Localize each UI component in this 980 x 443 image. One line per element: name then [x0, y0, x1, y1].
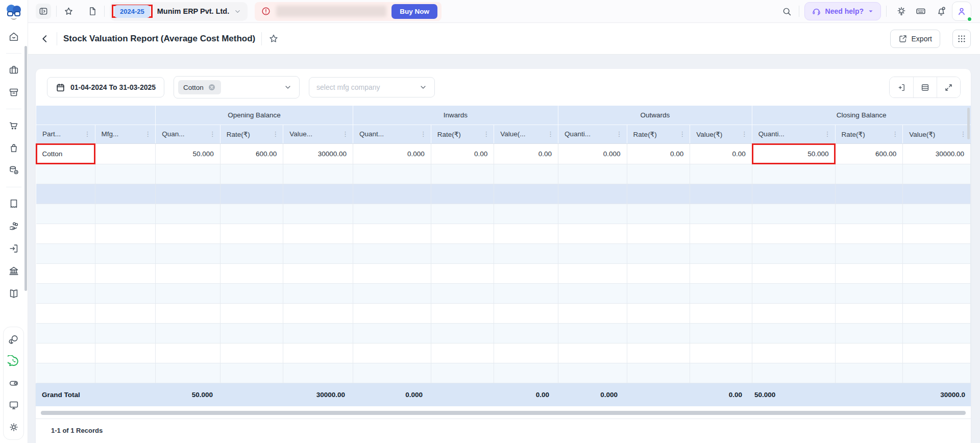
empty-cell [36, 323, 95, 343]
sidebar-item-company[interactable] [8, 64, 20, 76]
favorites-button[interactable] [62, 5, 75, 18]
col-part[interactable]: Part...⋮ [36, 125, 95, 143]
date-range-picker[interactable]: 01-04-2024 To 31-03-2025 [47, 77, 164, 97]
divider [799, 6, 799, 17]
book-icon [8, 288, 19, 299]
need-help-button[interactable]: Need help? [804, 2, 881, 20]
hand-coins-icon [8, 220, 19, 232]
column-menu-icon[interactable]: ⋮ [892, 131, 898, 137]
sidebar-item-inventory[interactable] [8, 86, 20, 99]
sidebar-item-settings[interactable] [8, 421, 20, 433]
col-outwards-qty[interactable]: Quanti...⋮ [558, 125, 627, 143]
table-vertical-scrollbar[interactable] [967, 108, 970, 139]
sidebar-item-chat[interactable] [8, 333, 20, 346]
column-menu-icon[interactable]: ⋮ [616, 131, 623, 137]
sidebar-divider [6, 187, 21, 187]
col-outwards-value[interactable]: Value(₹)⋮ [690, 125, 752, 143]
notifications-button[interactable] [935, 5, 948, 18]
row-density-button[interactable] [913, 77, 937, 97]
apps-grid-button[interactable] [952, 30, 971, 48]
sidebar-item-data-export[interactable] [8, 164, 20, 177]
column-menu-icon[interactable]: ⋮ [547, 131, 554, 137]
col-inwards-value[interactable]: Value(...⋮ [494, 125, 558, 143]
empty-cell [353, 224, 431, 243]
sidebar-item-sales[interactable] [8, 142, 20, 154]
empty-cell [36, 343, 95, 363]
sidebar-item-home[interactable] [8, 31, 20, 43]
empty-cell [494, 164, 558, 184]
column-menu-icon[interactable]: ⋮ [741, 131, 748, 137]
user-icon [956, 6, 967, 17]
col-mfg[interactable]: Mfg...⋮ [95, 125, 156, 143]
product-chip-label: Cotton [183, 84, 204, 91]
empty-cell [95, 323, 156, 343]
munim-logo-icon[interactable] [5, 3, 22, 21]
empty-cell [690, 224, 752, 243]
col-outwards-rate[interactable]: Rate(₹)⋮ [627, 125, 690, 143]
company-selector[interactable]: 2024-25 Munim ERP Pvt. Ltd. [110, 2, 248, 21]
back-button[interactable] [39, 33, 51, 44]
empty-cell [95, 283, 156, 303]
sidebar-item-purchase[interactable] [8, 119, 20, 132]
col-inwards-rate[interactable]: Rate(₹)⋮ [431, 125, 494, 143]
column-menu-icon[interactable]: ⋮ [960, 131, 967, 137]
col-closing-qty[interactable]: Quanti...⋮ [752, 125, 835, 143]
product-select[interactable]: Cotton [174, 76, 300, 99]
user-avatar[interactable] [952, 2, 971, 21]
empty-cell [752, 343, 835, 363]
whats-new-button[interactable] [895, 5, 908, 18]
product-chip[interactable]: Cotton [178, 80, 221, 94]
empty-cell [494, 363, 558, 383]
column-menu-icon[interactable]: ⋮ [824, 131, 831, 137]
empty-cell [353, 243, 431, 263]
column-menu-icon[interactable]: ⋮ [342, 131, 349, 137]
sidebar-item-returns[interactable] [8, 242, 20, 255]
col-opening-value[interactable]: Value...⋮ [283, 125, 353, 143]
empty-cell [494, 263, 558, 283]
sidebar-item-reports[interactable] [8, 287, 20, 300]
empty-cell [690, 204, 752, 224]
buy-now-button[interactable]: Buy Now [391, 4, 437, 19]
favorite-report-button[interactable] [268, 33, 279, 44]
documents-button[interactable] [86, 5, 99, 18]
column-menu-icon[interactable]: ⋮ [84, 131, 91, 137]
sidebar-item-banking[interactable] [8, 265, 20, 277]
col-opening-qty[interactable]: Quan...⋮ [156, 125, 220, 143]
sidebar-toggle-button[interactable] [36, 4, 51, 19]
empty-cell [558, 303, 627, 323]
column-menu-icon[interactable]: ⋮ [483, 131, 489, 137]
sidebar-scrollbar[interactable] [24, 46, 27, 291]
mfg-company-select[interactable]: select mfg company [309, 77, 435, 97]
column-menu-icon[interactable]: ⋮ [209, 131, 216, 137]
empty-cell [220, 263, 283, 283]
sidebar-item-whatsapp[interactable] [8, 355, 20, 367]
shortcuts-button[interactable] [914, 5, 927, 18]
empty-row [36, 303, 971, 323]
column-menu-icon[interactable]: ⋮ [679, 131, 685, 137]
col-inwards-qty[interactable]: Quant...⋮ [353, 125, 431, 143]
sidebar-item-theme-toggle[interactable] [8, 377, 20, 389]
horizontal-scrollbar[interactable] [41, 411, 966, 415]
empty-cell [431, 363, 494, 383]
fullscreen-button[interactable] [937, 77, 960, 97]
group-blank [36, 106, 156, 125]
grand-total-label: Grand Total [36, 391, 155, 399]
sidebar-item-payroll[interactable] [8, 220, 20, 232]
search-button[interactable] [780, 5, 794, 18]
filter-bar: 01-04-2024 To 31-03-2025 Cotton select m… [36, 69, 971, 106]
col-closing-rate[interactable]: Rate(₹)⋮ [835, 125, 903, 143]
column-menu-icon[interactable]: ⋮ [144, 131, 151, 137]
sidebar-item-display[interactable] [8, 399, 20, 411]
pin-column-button[interactable] [890, 77, 913, 97]
column-menu-icon[interactable]: ⋮ [272, 131, 279, 137]
col-opening-rate[interactable]: Rate(₹)⋮ [220, 125, 283, 143]
export-button[interactable]: Export [890, 30, 940, 48]
column-menu-icon[interactable]: ⋮ [420, 131, 427, 137]
col-closing-value[interactable]: Value(₹)⋮ [903, 125, 971, 143]
report-card: 01-04-2024 To 31-03-2025 Cotton select m… [36, 69, 971, 443]
remove-chip-icon[interactable] [208, 83, 216, 91]
cell-inwards-rate: 0.00 [431, 143, 494, 164]
empty-cell [431, 283, 494, 303]
sidebar-item-vouchers[interactable] [8, 198, 20, 210]
empty-cell [283, 164, 353, 184]
